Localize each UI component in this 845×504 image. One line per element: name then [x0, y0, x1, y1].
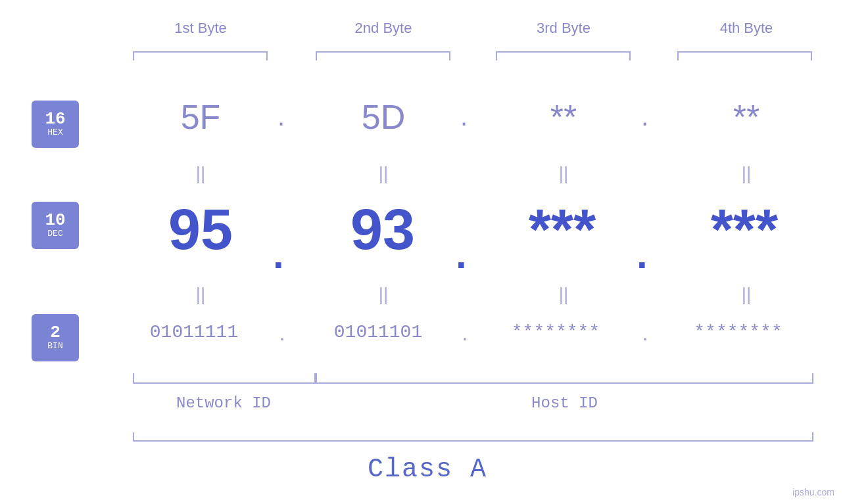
full-bottom-bracket-lv [133, 432, 134, 442]
col-header-1: 1st Byte [132, 20, 270, 37]
top-bracket-1-rv [266, 51, 268, 60]
hex-val-2: 5D [314, 97, 452, 137]
top-bracket-3-lv [496, 51, 497, 60]
full-bottom-bracket [133, 440, 813, 442]
dec-badge-num: 10 [45, 212, 65, 229]
eq-dec-bin-4: || [677, 284, 815, 305]
hex-badge: 16 HEX [32, 101, 79, 148]
dec-val-3: *** [473, 196, 651, 263]
bin-badge-label: BIN [47, 341, 62, 352]
eq-hex-dec-1: || [132, 163, 270, 184]
dec-dot-2: . [456, 232, 467, 277]
bottom-bracket-host [316, 382, 813, 384]
dec-val-2: 93 [294, 196, 471, 263]
dec-dot-1: . [273, 232, 284, 277]
eq-dec-bin-1: || [132, 284, 270, 305]
main-container: 16 HEX 10 DEC 2 BIN 1st Byte 2nd Byte 3r… [0, 0, 845, 504]
hex-val-1: 5F [132, 97, 270, 137]
top-bracket-2-rv [449, 51, 450, 60]
col-header-3: 3rd Byte [495, 20, 633, 37]
dec-val-4: *** [656, 196, 833, 263]
eq-hex-dec-2: || [314, 163, 452, 184]
bin-badge-num: 2 [50, 324, 60, 341]
hex-badge-num: 16 [45, 110, 65, 127]
hex-badge-label: HEX [47, 127, 62, 138]
bottom-bracket-host-lv [316, 373, 317, 382]
eq-dec-bin-3: || [495, 284, 633, 305]
bottom-bracket-host-rv [812, 373, 813, 382]
watermark: ipshu.com [792, 487, 834, 497]
top-bracket-2 [316, 51, 450, 53]
full-bottom-bracket-rv [812, 432, 813, 442]
top-bracket-3 [496, 51, 631, 53]
col-header-4: 4th Byte [677, 20, 815, 37]
dec-val-1: 95 [112, 196, 289, 263]
bin-dot-1: . [279, 324, 285, 345]
eq-dec-bin-2: || [314, 284, 452, 305]
host-id-label: Host ID [316, 394, 813, 412]
dec-badge-label: DEC [47, 229, 62, 239]
hex-val-4: ** [677, 97, 815, 137]
top-bracket-3-rv [629, 51, 631, 60]
top-bracket-2-lv [316, 51, 317, 60]
bin-dot-3: . [642, 324, 648, 345]
hex-val-3: ** [495, 97, 633, 137]
bottom-bracket-network-lv [133, 373, 134, 382]
dec-dot-3: . [637, 232, 648, 277]
col-header-2: 2nd Byte [314, 20, 452, 37]
hex-dot-2: . [460, 102, 468, 131]
top-bracket-1 [133, 51, 268, 53]
top-bracket-1-lv [133, 51, 134, 60]
bin-val-3: ******** [477, 322, 635, 342]
bottom-bracket-network [133, 382, 316, 384]
bin-val-2: 01011101 [299, 322, 457, 342]
eq-hex-dec-3: || [495, 163, 633, 184]
bin-badge: 2 BIN [32, 314, 79, 361]
top-bracket-4-lv [677, 51, 679, 60]
hex-dot-1: . [278, 102, 285, 131]
hex-dot-3: . [641, 102, 648, 131]
eq-hex-dec-4: || [677, 163, 815, 184]
top-bracket-4-rv [811, 51, 812, 60]
network-id-label: Network ID [132, 394, 316, 412]
class-label: Class A [329, 455, 526, 484]
top-bracket-4 [677, 51, 812, 53]
bin-val-1: 01011111 [115, 322, 273, 342]
dec-badge: 10 DEC [32, 202, 79, 249]
bin-dot-2: . [462, 324, 468, 345]
bin-val-4: ******** [658, 322, 819, 342]
